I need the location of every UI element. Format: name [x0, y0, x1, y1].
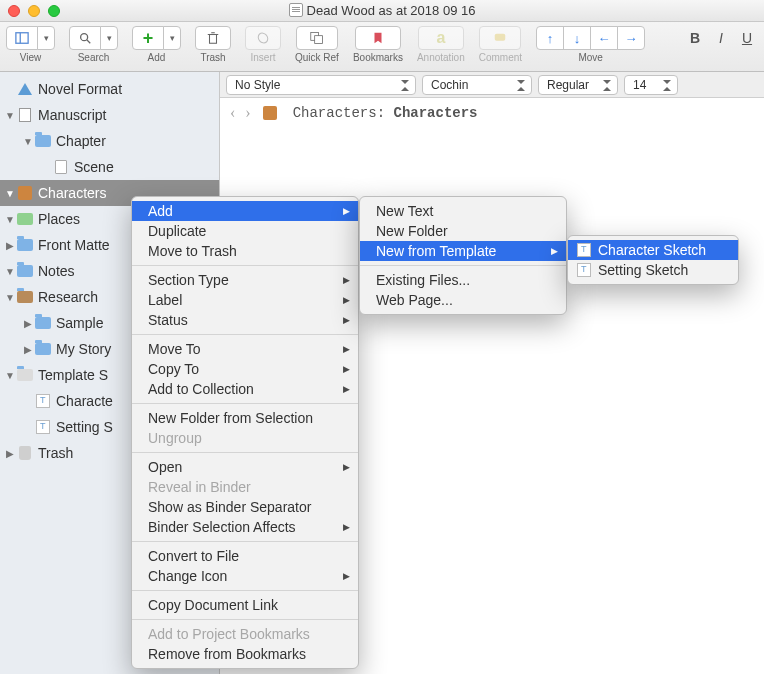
annotation-button[interactable]: a: [418, 26, 464, 50]
document-icon: [289, 3, 303, 17]
move-down-button[interactable]: ↓: [563, 26, 591, 50]
add-button[interactable]: +: [132, 26, 164, 50]
submenu-template[interactable]: Character Sketch Setting Sketch: [567, 235, 739, 285]
view-mode-button[interactable]: [6, 26, 38, 50]
menu-item-add-bookmarks: Add to Project Bookmarks: [132, 624, 358, 644]
format-bar: No Style Cochin Regular 14: [220, 72, 764, 98]
templates-folder-icon: [17, 369, 33, 381]
binder-item-scene[interactable]: Scene: [0, 154, 219, 180]
folder-icon: [35, 135, 51, 147]
document-icon: [55, 160, 67, 174]
zoom-window-button[interactable]: [48, 5, 60, 17]
underline-button[interactable]: U: [736, 28, 758, 48]
insert-button[interactable]: [245, 26, 281, 50]
style-select[interactable]: No Style: [226, 75, 416, 95]
menu-item-web-page[interactable]: Web Page...: [360, 290, 566, 310]
font-select[interactable]: Cochin: [422, 75, 532, 95]
view-group: ▾ View: [6, 26, 55, 63]
menu-item-existing-files[interactable]: Existing Files...: [360, 270, 566, 290]
folder-icon: [35, 317, 51, 329]
menu-item-copy-to[interactable]: Copy To: [132, 359, 358, 379]
submenu-add[interactable]: New Text New Folder New from Template Ex…: [359, 196, 567, 315]
menu-item-move-to[interactable]: Move To: [132, 339, 358, 359]
template-icon: [36, 420, 50, 434]
menu-item-new-from-template[interactable]: New from Template: [360, 241, 566, 261]
menu-item-open[interactable]: Open: [132, 457, 358, 477]
menu-item-remove-bookmarks[interactable]: Remove from Bookmarks: [132, 644, 358, 664]
menu-item-character-sketch[interactable]: Character Sketch: [568, 240, 738, 260]
nav-back-button[interactable]: ‹: [230, 104, 235, 122]
svg-point-7: [256, 31, 269, 45]
manuscript-icon: [19, 108, 31, 122]
move-group: ↑ ↓ ← → Move: [536, 26, 645, 63]
insert-group: Insert: [245, 26, 281, 63]
italic-button[interactable]: I: [710, 28, 732, 48]
comment-button[interactable]: [479, 26, 521, 50]
binder-item-manuscript[interactable]: ▼Manuscript: [0, 102, 219, 128]
menu-separator: [132, 334, 358, 335]
move-right-button[interactable]: →: [617, 26, 645, 50]
menu-separator: [132, 452, 358, 453]
menu-item-move-to-trash[interactable]: Move to Trash: [132, 241, 358, 261]
menu-item-new-folder[interactable]: New Folder: [360, 221, 566, 241]
menu-separator: [132, 619, 358, 620]
trash-button[interactable]: [195, 26, 231, 50]
view-label: View: [20, 52, 42, 63]
binder-item-novel-format[interactable]: Novel Format: [0, 76, 219, 102]
menu-item-convert[interactable]: Convert to File: [132, 546, 358, 566]
comment-label: Comment: [479, 52, 522, 63]
menu-separator: [132, 403, 358, 404]
places-icon: [17, 213, 33, 225]
breadcrumb-path: Characters: Characters: [293, 105, 478, 121]
bold-button[interactable]: B: [684, 28, 706, 48]
menu-item-binder-separator[interactable]: Show as Binder Separator: [132, 497, 358, 517]
menu-item-duplicate[interactable]: Duplicate: [132, 221, 358, 241]
template-icon: [36, 394, 50, 408]
search-group: ▾ Search: [69, 26, 118, 63]
menu-separator: [132, 265, 358, 266]
menu-item-add-to-collection[interactable]: Add to Collection: [132, 379, 358, 399]
menu-item-add[interactable]: Add: [132, 201, 358, 221]
close-window-button[interactable]: [8, 5, 20, 17]
menu-item-new-text[interactable]: New Text: [360, 201, 566, 221]
bookmarks-button[interactable]: [355, 26, 401, 50]
folder-icon: [17, 265, 33, 277]
nav-forward-button[interactable]: ›: [245, 104, 250, 122]
quickref-group: Quick Ref: [295, 26, 339, 63]
move-left-button[interactable]: ←: [590, 26, 618, 50]
menu-item-new-folder-selection[interactable]: New Folder from Selection: [132, 408, 358, 428]
menu-item-copy-link[interactable]: Copy Document Link: [132, 595, 358, 615]
add-dropdown-button[interactable]: ▾: [163, 26, 181, 50]
trash-icon: [19, 446, 31, 460]
search-dropdown-button[interactable]: ▾: [100, 26, 118, 50]
font-weight-select[interactable]: Regular: [538, 75, 618, 95]
menu-item-status[interactable]: Status: [132, 310, 358, 330]
template-icon: [577, 263, 591, 277]
menu-item-label[interactable]: Label: [132, 290, 358, 310]
binder-item-chapter[interactable]: ▼Chapter: [0, 128, 219, 154]
context-menu[interactable]: Add Duplicate Move to Trash Section Type…: [131, 196, 359, 669]
search-button[interactable]: [69, 26, 101, 50]
move-up-button[interactable]: ↑: [536, 26, 564, 50]
font-size-select[interactable]: 14: [624, 75, 678, 95]
menu-item-setting-sketch[interactable]: Setting Sketch: [568, 260, 738, 280]
menu-item-binder-selection-affects[interactable]: Binder Selection Affects: [132, 517, 358, 537]
menu-item-change-icon[interactable]: Change Icon: [132, 566, 358, 586]
menu-separator: [132, 541, 358, 542]
trash-group: Trash: [195, 26, 231, 63]
svg-rect-0: [16, 33, 28, 44]
view-dropdown-button[interactable]: ▾: [37, 26, 55, 50]
annotation-group: a Annotation: [417, 26, 465, 63]
info-icon: [18, 83, 32, 95]
bookmarks-group: Bookmarks: [353, 26, 403, 63]
svg-rect-4: [210, 35, 217, 44]
minimize-window-button[interactable]: [28, 5, 40, 17]
folder-icon: [17, 239, 33, 251]
menu-item-section-type[interactable]: Section Type: [132, 270, 358, 290]
research-icon: [17, 291, 33, 303]
insert-label: Insert: [250, 52, 275, 63]
search-label: Search: [78, 52, 110, 63]
format-toggles: B I U: [684, 26, 758, 63]
traffic-lights: [8, 5, 60, 17]
quickref-button[interactable]: [296, 26, 338, 50]
